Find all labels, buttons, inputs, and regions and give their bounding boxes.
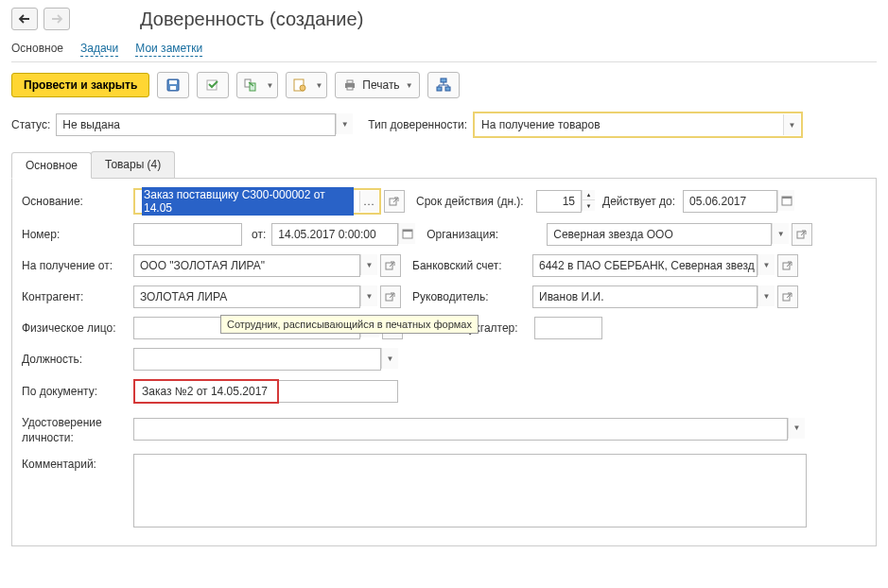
counterparty-input[interactable]: ЗОЛОТАЯ ЛИРА <box>133 285 360 308</box>
bank-dd[interactable]: ▼ <box>757 254 775 275</box>
nav-tab-tasks[interactable]: Задачи <box>80 42 118 57</box>
status-input[interactable]: Не выдана <box>56 113 336 136</box>
page-title: Доверенность (создание) <box>140 9 363 30</box>
chevron-down-icon: ▼ <box>266 81 273 90</box>
counterparty-open[interactable] <box>380 285 401 308</box>
org-label: Организация: <box>427 228 547 241</box>
status-dropdown[interactable]: ▼ <box>336 113 353 134</box>
nav-tab-main[interactable]: Основное <box>11 42 63 57</box>
spin-down[interactable]: ▼ <box>583 200 595 211</box>
counterparty-label: Контрагент: <box>22 290 133 303</box>
comment-label: Комментарий: <box>22 454 133 471</box>
tab-goods[interactable]: Товары (4) <box>91 151 175 178</box>
org-dd[interactable]: ▼ <box>772 223 789 244</box>
svg-rect-1 <box>169 80 177 84</box>
printer-icon <box>343 78 357 92</box>
svg-rect-12 <box>437 87 442 91</box>
accountant-input[interactable] <box>534 317 602 339</box>
calendar-icon <box>402 228 413 239</box>
svg-rect-19 <box>797 232 804 238</box>
chevron-down-icon: ▼ <box>406 81 413 90</box>
manager-dd[interactable]: ▼ <box>757 285 775 306</box>
basis-ellipsis[interactable]: ... <box>359 191 378 212</box>
open-icon <box>796 229 808 240</box>
svg-rect-21 <box>783 263 790 269</box>
type-dropdown[interactable]: ▼ <box>783 114 800 135</box>
bank-input[interactable]: 6442 в ПАО СБЕРБАНК, Северная звезд <box>532 254 757 277</box>
doc-input-highlighted[interactable]: Заказ №2 от 14.05.2017 <box>136 382 276 401</box>
svg-point-7 <box>300 85 305 91</box>
basis-open[interactable] <box>384 190 405 213</box>
comment-textarea[interactable] <box>133 454 807 527</box>
org-open[interactable] <box>792 223 812 246</box>
open-icon <box>389 196 400 207</box>
save-close-button[interactable]: Провести и закрыть <box>11 73 149 97</box>
person-label: Физическое лицо: <box>22 321 133 335</box>
position-label: Должность: <box>22 353 133 366</box>
received-from-open[interactable] <box>380 254 401 277</box>
received-from-input[interactable]: ООО "ЗОЛОТАЯ ЛИРА" <box>133 254 360 277</box>
received-from-label: На получение от: <box>22 259 133 272</box>
duration-input[interactable]: 15 <box>536 190 582 213</box>
bank-label: Банковский счет: <box>412 259 532 272</box>
calendar-button[interactable] <box>777 190 794 211</box>
position-input[interactable] <box>133 348 381 371</box>
print-label: Печать <box>362 78 399 92</box>
ot-label: от: <box>252 228 266 241</box>
basis-input[interactable]: Заказ поставщику С300-000002 от 14.05 <box>136 191 359 212</box>
valid-until-label: Действует до: <box>602 195 675 208</box>
open-icon <box>782 260 793 271</box>
tab-main[interactable]: Основное <box>11 152 92 179</box>
create-based-button[interactable]: ▼ <box>236 72 278 98</box>
bank-open[interactable] <box>777 254 798 277</box>
svg-rect-9 <box>347 80 353 83</box>
save-button[interactable] <box>157 72 189 98</box>
svg-rect-20 <box>386 263 392 269</box>
valid-until-input[interactable]: 05.06.2017 <box>683 190 777 213</box>
tooltip: Сотрудник, расписывающийся в печатных фо… <box>220 315 479 334</box>
received-from-dd[interactable]: ▼ <box>360 254 377 275</box>
calendar-icon <box>781 195 792 206</box>
back-button[interactable] <box>11 8 38 30</box>
svg-rect-11 <box>441 78 446 82</box>
svg-rect-3 <box>207 80 217 90</box>
svg-rect-2 <box>170 86 176 90</box>
doc-input-rest[interactable] <box>279 380 398 403</box>
type-label: Тип доверенности: <box>368 118 467 131</box>
open-icon <box>782 291 793 303</box>
print-button[interactable]: Печать ▼ <box>335 72 419 98</box>
position-dd[interactable]: ▼ <box>381 348 398 369</box>
open-icon <box>385 291 396 303</box>
svg-rect-16 <box>782 197 792 199</box>
identity-dd[interactable]: ▼ <box>788 418 805 439</box>
identity-input[interactable] <box>133 418 788 441</box>
date-calendar[interactable] <box>398 223 415 244</box>
identity-label: Удостоверение личности: <box>22 412 133 445</box>
forward-button[interactable] <box>44 8 70 30</box>
type-input[interactable]: На получение товаров <box>476 114 783 135</box>
svg-rect-22 <box>386 294 392 301</box>
post-button[interactable] <box>197 72 229 98</box>
nav-tab-notes[interactable]: Мои заметки <box>135 42 202 57</box>
status-label: Статус: <box>11 118 50 131</box>
structure-button[interactable] <box>427 72 460 98</box>
svg-rect-23 <box>783 294 790 301</box>
number-label: Номер: <box>22 228 133 241</box>
spin-up[interactable]: ▲ <box>583 190 595 200</box>
counterparty-dd[interactable]: ▼ <box>360 285 377 306</box>
number-input[interactable] <box>133 223 242 246</box>
svg-rect-13 <box>445 87 450 91</box>
open-icon <box>385 260 396 271</box>
manager-label: Руководитель: <box>412 290 532 303</box>
duration-label: Срок действия (дн.): <box>416 195 536 208</box>
basis-label: Основание: <box>22 195 133 208</box>
org-input[interactable]: Северная звезда ООО <box>547 223 772 246</box>
svg-rect-18 <box>403 230 412 232</box>
date-input[interactable]: 14.05.2017 0:00:00 <box>271 223 398 246</box>
manager-input[interactable]: Иванов И.И. <box>532 285 757 308</box>
svg-rect-14 <box>390 199 396 205</box>
chevron-down-icon: ▼ <box>315 81 322 90</box>
report-button[interactable]: ▼ <box>286 72 327 98</box>
doc-label: По документу: <box>22 385 133 398</box>
manager-open[interactable] <box>777 285 798 308</box>
